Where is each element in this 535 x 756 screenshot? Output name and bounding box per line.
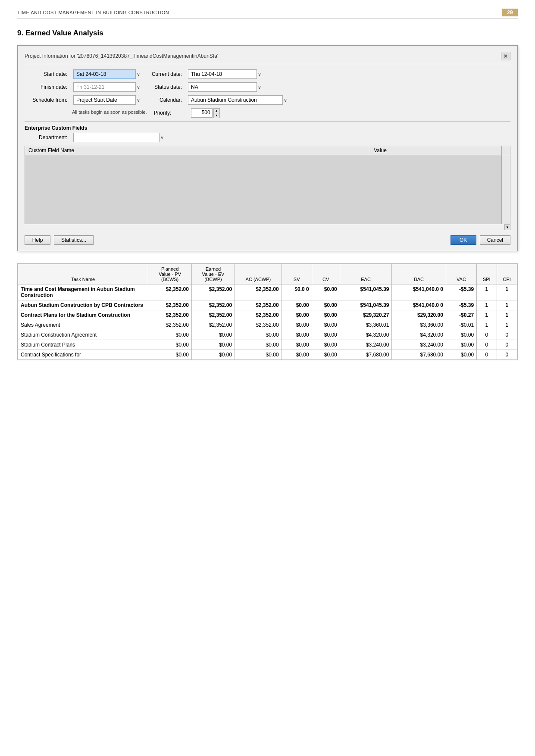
table-cell: 0 bbox=[497, 340, 517, 350]
calendar-label: Calendar: bbox=[144, 97, 185, 103]
start-date-row: Start date: Sat 24-03-18 ∨ Current date:… bbox=[25, 69, 510, 79]
dialog-footer: Help Statistics... OK Cancel bbox=[25, 235, 510, 245]
table-cell: $0.00 bbox=[312, 320, 340, 330]
table-cell: $0.00 bbox=[191, 350, 235, 360]
footer-right-buttons: OK Cancel bbox=[451, 235, 510, 245]
schedule-from-dropdown-wrap: Project Start Date ∨ bbox=[73, 95, 140, 105]
table-cell: 1 bbox=[497, 320, 517, 330]
priority-value[interactable]: 500 bbox=[191, 108, 213, 118]
custom-fields-table: Custom Field Name Value bbox=[25, 146, 510, 224]
table-cell: $4,320.00 bbox=[392, 330, 446, 340]
start-date-arrow: ∨ bbox=[137, 72, 140, 77]
status-date-value[interactable]: NA bbox=[188, 82, 257, 92]
current-date-value[interactable]: Thu 12-04-18 bbox=[188, 69, 257, 79]
table-cell: $2,352.00 bbox=[148, 284, 191, 300]
table-row: Contract Plans for the Stadium Construct… bbox=[18, 310, 517, 320]
priority-wrap: 500 ▲ ▼ bbox=[191, 108, 220, 118]
calendar-value[interactable]: Aubun Stadium Construction bbox=[188, 95, 283, 105]
priority-down-button[interactable]: ▼ bbox=[214, 113, 219, 118]
ok-button[interactable]: OK bbox=[451, 235, 476, 245]
calendar-dropdown-wrap: Aubun Stadium Construction ∨ bbox=[188, 95, 287, 105]
table-cell: $0.00 bbox=[282, 310, 312, 320]
statistics-button[interactable]: Statistics... bbox=[54, 235, 94, 245]
start-date-dropdown-wrap: Sat 24-03-18 ∨ bbox=[73, 69, 140, 79]
table-cell: $3,240.00 bbox=[392, 340, 446, 350]
table-cell: $2,352.00 bbox=[148, 310, 191, 320]
table-cell: $0.00 bbox=[235, 340, 282, 350]
table-cell: Aubun Stadium Construction by CPB Contra… bbox=[18, 300, 148, 310]
dialog-title: Project Information for '2078076_1413920… bbox=[25, 53, 218, 59]
status-date-label: Status date: bbox=[144, 84, 185, 90]
table-cell: $0.00 bbox=[235, 330, 282, 340]
table-cell: $2,352.00 bbox=[191, 284, 235, 300]
table-cell: -$0.01 bbox=[446, 320, 476, 330]
table-cell: 1 bbox=[497, 310, 517, 320]
table-cell: Contract Plans for the Stadium Construct… bbox=[18, 310, 148, 320]
finish-date-label: Finish date: bbox=[25, 84, 70, 90]
col-spi: SPI bbox=[477, 264, 497, 284]
col-pv: PlannedValue - PV(BCWS) bbox=[148, 264, 191, 284]
cancel-button[interactable]: Cancel bbox=[480, 235, 510, 245]
table-cell: $0.00 bbox=[148, 340, 191, 350]
table-cell: $0.00 bbox=[312, 340, 340, 350]
table-cell: 1 bbox=[497, 300, 517, 310]
table-cell: $29,320.00 bbox=[392, 310, 446, 320]
table-cell: $0.00 bbox=[312, 300, 340, 310]
table-cell: $541,045.39 bbox=[340, 284, 392, 300]
current-date-arrow: ∨ bbox=[258, 72, 261, 77]
scroll-down-icon[interactable]: ▼ bbox=[504, 224, 510, 230]
department-value[interactable] bbox=[73, 133, 160, 142]
table-cell: $0.00 bbox=[312, 284, 340, 300]
table-row: Stadium Contract Plans$0.00$0.00$0.00$0.… bbox=[18, 340, 517, 350]
col-bac: BAC bbox=[392, 264, 446, 284]
table-cell: $0.00 bbox=[282, 300, 312, 310]
custom-field-scrollbar[interactable] bbox=[502, 155, 510, 224]
table-cell: $0.00 bbox=[282, 320, 312, 330]
schedule-from-value[interactable]: Project Start Date bbox=[73, 95, 136, 105]
table-cell: $2,352.00 bbox=[235, 320, 282, 330]
table-cell: $7,680.00 bbox=[340, 350, 392, 360]
table-cell: Time and Cost Management in Aubun Stadiu… bbox=[18, 284, 148, 300]
col-ev: EarnedValue - EV(BCWP) bbox=[191, 264, 235, 284]
scroll-bottom-area: ▼ bbox=[25, 224, 510, 230]
table-cell: 1 bbox=[477, 300, 497, 310]
table-cell: $0.00 bbox=[446, 340, 476, 350]
table-cell: $0.00 bbox=[235, 350, 282, 360]
table-cell: 0 bbox=[477, 340, 497, 350]
start-date-input[interactable]: Sat 24-03-18 bbox=[73, 69, 136, 79]
current-date-label: Current date: bbox=[144, 71, 185, 77]
priority-up-button[interactable]: ▲ bbox=[214, 109, 219, 113]
dialog-close-button[interactable]: × bbox=[501, 52, 510, 60]
dialog-title-bar: Project Information for '2078076_1413920… bbox=[25, 52, 510, 64]
help-button[interactable]: Help bbox=[25, 235, 50, 245]
table-cell: 1 bbox=[477, 310, 497, 320]
table-cell: $541,040.0 0 bbox=[392, 300, 446, 310]
table-cell: $0.00 bbox=[191, 330, 235, 340]
table-cell: $4,320.00 bbox=[340, 330, 392, 340]
schedule-from-label: Schedule from: bbox=[25, 97, 70, 103]
table-cell: 1 bbox=[477, 320, 497, 330]
table-cell: $0.00 bbox=[282, 340, 312, 350]
col-cv: CV bbox=[312, 264, 340, 284]
eva-table: Task Name PlannedValue - PV(BCWS) Earned… bbox=[18, 264, 517, 360]
table-cell: $2,352.00 bbox=[148, 320, 191, 330]
table-cell: $541,045.39 bbox=[340, 300, 392, 310]
table-cell: -$5.39 bbox=[446, 284, 476, 300]
table-cell: $3,240.00 bbox=[340, 340, 392, 350]
priority-spinner[interactable]: ▲ ▼ bbox=[213, 108, 220, 118]
finish-date-value[interactable]: Fri 31-12-21 bbox=[73, 82, 136, 92]
table-cell: $2,352.00 bbox=[235, 284, 282, 300]
table-cell: -$5.39 bbox=[446, 300, 476, 310]
eva-table-container: Task Name PlannedValue - PV(BCWS) Earned… bbox=[17, 263, 518, 360]
department-row: Department: ∨ bbox=[25, 133, 510, 142]
col-vac: VAC bbox=[446, 264, 476, 284]
table-cell: 1 bbox=[497, 284, 517, 300]
table-cell: $0.00 bbox=[312, 330, 340, 340]
table-cell: $0.00 bbox=[312, 350, 340, 360]
finish-date-arrow: ∨ bbox=[137, 84, 140, 90]
table-cell: Stadium Contract Plans bbox=[18, 340, 148, 350]
table-cell: $0.00 bbox=[191, 340, 235, 350]
table-cell: $2,352.00 bbox=[191, 310, 235, 320]
current-date-dropdown-wrap: Thu 12-04-18 ∨ bbox=[188, 69, 261, 79]
table-cell: $541,040.0 0 bbox=[392, 284, 446, 300]
